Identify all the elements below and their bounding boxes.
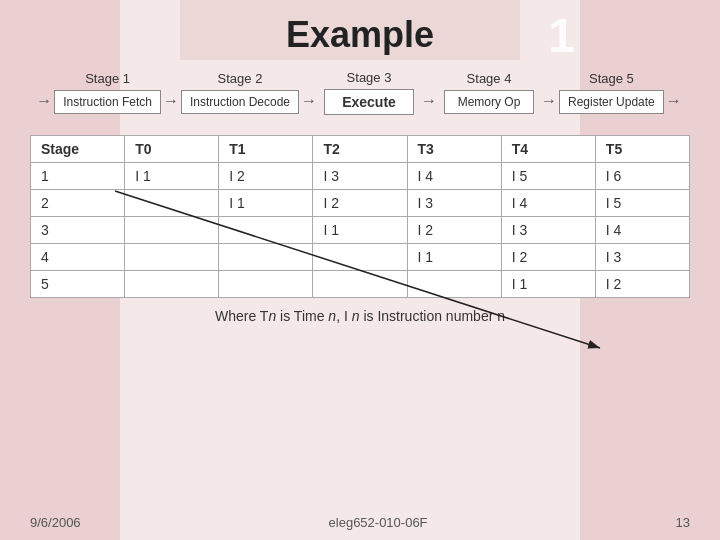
cell-r0-c1: I 1 <box>125 163 219 190</box>
col-header-t0: T0 <box>125 136 219 163</box>
where-note: Where Tn is Time n, I n is Instruction n… <box>30 308 690 324</box>
arrow-1: → <box>161 92 181 112</box>
cell-r4-c2 <box>219 271 313 298</box>
stage-3: Stage 3 Execute <box>319 70 419 115</box>
table-header-row: Stage T0 T1 T2 T3 T4 T5 <box>31 136 690 163</box>
cell-r3-c4: I 1 <box>407 244 501 271</box>
col-header-t2: T2 <box>313 136 407 163</box>
col-header-t5: T5 <box>595 136 689 163</box>
arrow-2: → <box>299 92 319 112</box>
cell-r0-c0: 1 <box>31 163 125 190</box>
cell-r0-c5: I 5 <box>501 163 595 190</box>
cell-r3-c0: 4 <box>31 244 125 271</box>
stage-1-label: Stage 1 <box>85 71 130 86</box>
cell-r3-c2 <box>219 244 313 271</box>
cell-r2-c3: I 1 <box>313 217 407 244</box>
cell-r1-c3: I 2 <box>313 190 407 217</box>
arrow-3: → <box>419 92 439 112</box>
cell-r4-c1 <box>125 271 219 298</box>
stage-3-label: Stage 3 <box>347 70 392 85</box>
stage-2: Stage 2 Instruction Decode <box>181 71 299 114</box>
pipeline-stages: → Stage 1 Instruction Fetch → Stage 2 In… <box>30 70 690 115</box>
cell-r2-c4: I 2 <box>407 217 501 244</box>
cell-r2-c2 <box>219 217 313 244</box>
stage-5: Stage 5 Register Update <box>559 71 664 114</box>
cell-r2-c1 <box>125 217 219 244</box>
pipeline-table: Stage T0 T1 T2 T3 T4 T5 1I 1I 2I 3I 4I 5… <box>30 135 690 298</box>
cell-r4-c0: 5 <box>31 271 125 298</box>
cell-r1-c5: I 4 <box>501 190 595 217</box>
stage-2-label: Stage 2 <box>218 71 263 86</box>
stage-3-box: Execute <box>324 89 414 115</box>
stage-4-label: Stage 4 <box>467 71 512 86</box>
stage-5-box: Register Update <box>559 90 664 114</box>
cell-r2-c0: 3 <box>31 217 125 244</box>
stage-4: Stage 4 Memory Op <box>439 71 539 114</box>
stage-1-box: Instruction Fetch <box>54 90 161 114</box>
col-header-t3: T3 <box>407 136 501 163</box>
stage-1: Stage 1 Instruction Fetch <box>54 71 161 114</box>
table-row: 2I 1I 2I 3I 4I 5 <box>31 190 690 217</box>
cell-r4-c6: I 2 <box>595 271 689 298</box>
cell-r1-c6: I 5 <box>595 190 689 217</box>
stage-5-label: Stage 5 <box>589 71 634 86</box>
cell-r1-c1 <box>125 190 219 217</box>
stage-4-box: Memory Op <box>444 90 534 114</box>
cell-r1-c0: 2 <box>31 190 125 217</box>
col-header-stage: Stage <box>31 136 125 163</box>
col-header-t1: T1 <box>219 136 313 163</box>
page-title: Example <box>30 14 690 56</box>
col-header-t4: T4 <box>501 136 595 163</box>
table-container: Stage T0 T1 T2 T3 T4 T5 1I 1I 2I 3I 4I 5… <box>30 135 690 298</box>
cell-r0-c6: I 6 <box>595 163 689 190</box>
cell-r4-c4 <box>407 271 501 298</box>
cell-r0-c3: I 3 <box>313 163 407 190</box>
cell-r0-c2: I 2 <box>219 163 313 190</box>
cell-r4-c3 <box>313 271 407 298</box>
arrow-start: → <box>36 92 52 112</box>
arrow-end: → <box>664 92 684 112</box>
cell-r0-c4: I 4 <box>407 163 501 190</box>
table-row: 1I 1I 2I 3I 4I 5I 6 <box>31 163 690 190</box>
cell-r3-c3 <box>313 244 407 271</box>
cell-r2-c6: I 4 <box>595 217 689 244</box>
stage-2-box: Instruction Decode <box>181 90 299 114</box>
table-row: 4I 1I 2I 3 <box>31 244 690 271</box>
cell-r3-c6: I 3 <box>595 244 689 271</box>
cell-r2-c5: I 3 <box>501 217 595 244</box>
table-row: 5I 1I 2 <box>31 271 690 298</box>
table-row: 3I 1I 2I 3I 4 <box>31 217 690 244</box>
arrow-4: → <box>539 92 559 112</box>
cell-r1-c4: I 3 <box>407 190 501 217</box>
cell-r4-c5: I 1 <box>501 271 595 298</box>
cell-r3-c1 <box>125 244 219 271</box>
cell-r1-c2: I 1 <box>219 190 313 217</box>
cell-r3-c5: I 2 <box>501 244 595 271</box>
